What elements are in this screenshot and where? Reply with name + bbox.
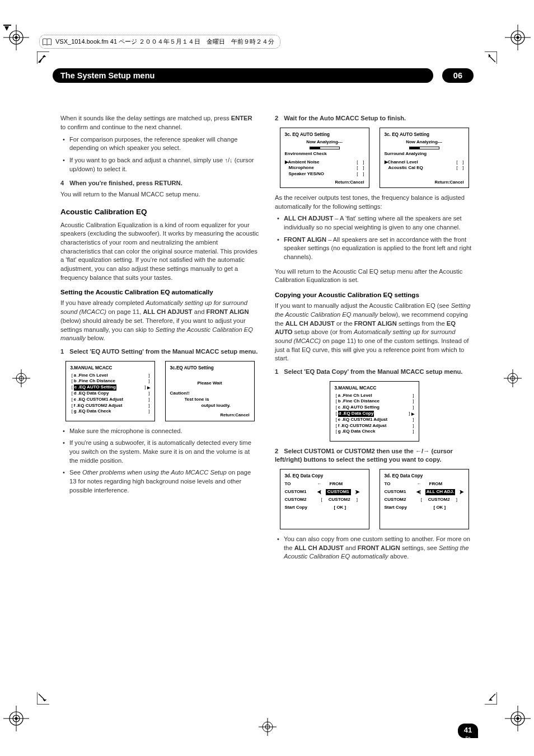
heading-setting-auto: Setting the Acoustic Calibration EQ auto… (60, 288, 259, 297)
osd-data-copy-1: 3d. EQ Data Copy TO←FROM CUSTOM1◀[CUSTOM… (280, 469, 369, 529)
reg-mark-top-right (505, 25, 531, 50)
page-number-badge: 41 En (458, 724, 478, 738)
crop-arrow-br (485, 692, 497, 705)
auto-paragraph: If you have already completed Automatica… (60, 299, 259, 342)
bullet-subwoofer: If you're using a subwoofer, it is autom… (60, 439, 259, 465)
chapter-title: The System Setup menu (60, 71, 154, 80)
crop-arrow-tl (37, 51, 49, 64)
step-4: 4When you're finished, press RETURN. (60, 179, 259, 188)
osd-eq-auto-wait: 3c.EQ AUTO Setting Please Wait Caution!!… (165, 361, 255, 421)
after-analyze-paragraph: As the receiver outputs test tones, the … (275, 194, 474, 211)
book-icon (42, 38, 52, 46)
bullet-mic: Make sure the microphone is connected. (60, 427, 259, 436)
leftright-arrows-icon: ←/→ (415, 448, 429, 454)
page-lang: En (458, 735, 478, 741)
copy-step-1: 1Select 'EQ Data Copy' from the Manual M… (275, 368, 474, 377)
reg-mark-top-left (3, 25, 29, 50)
left-step-1: 1Select 'EQ AUTO Setting' from the Manua… (60, 348, 259, 356)
right-column: 2Wait for the Auto MCACC Setup to finish… (275, 114, 474, 567)
left-column: When it sounds like the delay settings a… (60, 114, 259, 567)
bullet-reference-speaker: For comparison purposes, the reference s… (60, 135, 259, 153)
right-step-2: 2Wait for the Auto MCACC Setup to finish… (275, 114, 474, 123)
crop-arrow-bl (37, 692, 49, 705)
heading-copying: Copying your Acoustic Calibration EQ set… (275, 290, 474, 299)
osd-data-copy-2: 3d. EQ Data Copy TO←FROM CUSTOM1◀[ALL CH… (380, 469, 469, 529)
osd-analyzing-surround: 3c. EQ AUTO Setting Now Analyzing--- Sur… (380, 128, 469, 188)
copy-paragraph: If you want to manually adjust the Acous… (275, 302, 474, 363)
page-number: 41 (464, 726, 472, 734)
chapter-bar: The System Setup menu 06 (60, 68, 474, 83)
heading-acoustic-calibration-eq: Acoustic Calibration EQ (60, 207, 259, 218)
file-header-text: VSX_1014.book.fm 41 ページ ２００４年５月１４日 金曜日 午… (55, 37, 274, 46)
chapter-number: 06 (442, 68, 474, 83)
intro-paragraph: When it sounds like the delay settings a… (60, 114, 259, 132)
svg-rect-5 (3, 25, 11, 26)
crop-arrow-tr (485, 51, 497, 64)
osd-manual-mcacc-1: 3.MANUAL MCACC [a .Fine Ch Level] [b .Fi… (65, 361, 155, 421)
osd-analyzing-env: 3c. EQ AUTO Setting Now Analyzing--- Env… (280, 128, 369, 188)
side-mark-left (12, 369, 30, 387)
return-paragraph: You will return to the Acoustic Cal EQ s… (275, 267, 474, 285)
updown-arrows-icon: ↑/↓ (224, 157, 232, 163)
file-header: VSX_1014.book.fm 41 ページ ２００４年５月１４日 金曜日 午… (39, 35, 280, 49)
copy-step-2: 2Select CUSTOM1 or CUSTOM2 then use the … (275, 447, 474, 464)
bullet-copy-between: You can also copy from one custom settin… (275, 535, 474, 561)
svg-marker-27 (489, 699, 493, 703)
reg-mark-bottom-right (505, 706, 531, 731)
side-mark-right (504, 369, 522, 387)
bullet-all-ch-adjust: ALL CH ADJUST – A 'flat' setting where a… (275, 214, 474, 232)
osd-manual-mcacc-2: 3.MANUAL MCACC [a .Fine Ch Level] [b .Fi… (330, 381, 419, 442)
step-4-note: You will return to the Manual MCACC setu… (60, 190, 259, 199)
bullet-see-other: See Other problems when using the Auto M… (60, 468, 259, 495)
reg-mark-bottom-left (3, 706, 29, 731)
aceq-paragraph: Acoustic Calibration Equalization is a k… (60, 221, 259, 283)
bullet-front-align: FRONT ALIGN – All speakers are set in ac… (275, 236, 474, 262)
bullet-go-back: If you want to go back and adjust a chan… (60, 156, 259, 173)
